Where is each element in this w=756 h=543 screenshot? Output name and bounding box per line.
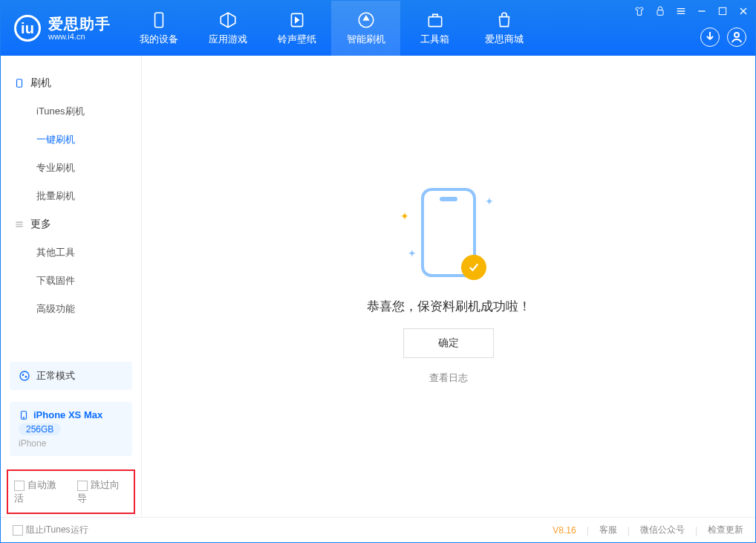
tab-3[interactable]: 智能刷机: [331, 1, 400, 56]
app-url: www.i4.cn: [48, 32, 111, 41]
check-badge-icon: [461, 255, 486, 280]
mode-label: 正常模式: [36, 369, 75, 383]
version-label: V8.16: [553, 525, 576, 536]
tab-label: 智能刷机: [347, 33, 385, 46]
view-log-link[interactable]: 查看日志: [429, 371, 468, 385]
tab-label: 爱思商城: [485, 33, 524, 46]
tab-label: 铃声壁纸: [278, 33, 316, 46]
svg-rect-4: [719, 7, 726, 14]
logo-icon: iu: [14, 15, 41, 42]
phone-icon: [14, 78, 25, 88]
user-icon[interactable]: [727, 27, 746, 47]
tab-icon: [495, 10, 514, 30]
success-illustration: ✦ ✦ ✦: [408, 188, 489, 284]
device-icon: [19, 410, 29, 420]
list-icon: [14, 219, 25, 230]
sidebar: 刷机 iTunes刷机一键刷机专业刷机批量刷机 更多 其他工具下载固件高级功能 …: [1, 56, 142, 517]
tab-label: 工具箱: [420, 33, 449, 46]
tab-0[interactable]: 我的设备: [124, 1, 193, 56]
app-logo: iu 爱思助手 www.i4.cn: [1, 1, 124, 56]
sidebar-item[interactable]: 高级功能: [1, 295, 141, 323]
sidebar-item[interactable]: iTunes刷机: [1, 97, 141, 126]
sidebar-category-more: 更多: [1, 210, 141, 238]
app-window: iu 爱思助手 www.i4.cn 我的设备应用游戏铃声壁纸智能刷机工具箱爱思商…: [0, 0, 756, 543]
sidebar-item[interactable]: 专业刷机: [1, 154, 141, 182]
body: 刷机 iTunes刷机一键刷机专业刷机批量刷机 更多 其他工具下载固件高级功能 …: [1, 56, 755, 517]
tab-label: 我的设备: [140, 33, 178, 46]
lock-icon[interactable]: [654, 5, 666, 17]
tab-icon: [287, 10, 307, 30]
mode-box[interactable]: 正常模式: [10, 362, 132, 390]
success-message: 恭喜您，保资料刷机成功啦！: [367, 298, 531, 315]
window-controls: [633, 5, 749, 17]
app-name: 爱思助手: [48, 16, 111, 32]
device-name: iPhone XS Max: [33, 409, 102, 420]
tab-icon: [149, 10, 169, 30]
svg-rect-0: [154, 13, 163, 27]
menu-icon[interactable]: [675, 5, 687, 17]
sidebar-item[interactable]: 批量刷机: [1, 182, 141, 210]
block-itunes-checkbox[interactable]: 阻止iTunes运行: [13, 524, 88, 536]
svg-point-11: [23, 417, 24, 417]
sidebar-item[interactable]: 下载固件: [1, 267, 141, 295]
close-button[interactable]: [737, 5, 749, 17]
confirm-button[interactable]: 确定: [403, 328, 494, 358]
sidebar-category-label: 更多: [30, 218, 51, 231]
device-capacity: 256GB: [19, 423, 61, 435]
tab-label: 应用游戏: [209, 33, 247, 46]
svg-point-5: [734, 33, 739, 37]
tab-4[interactable]: 工具箱: [400, 1, 469, 56]
tab-1[interactable]: 应用游戏: [193, 1, 262, 56]
maximize-button[interactable]: [717, 5, 729, 17]
sidebar-category-flash: 刷机: [1, 69, 141, 97]
main-content: ✦ ✦ ✦ 恭喜您，保资料刷机成功啦！ 确定 查看日志: [142, 56, 755, 517]
footer-link-update[interactable]: 检查更新: [708, 524, 743, 536]
svg-rect-3: [657, 10, 663, 16]
device-type: iPhone: [19, 438, 46, 449]
top-tabs: 我的设备应用游戏铃声壁纸智能刷机工具箱爱思商城: [124, 1, 538, 56]
svg-point-7: [20, 371, 29, 380]
skip-guide-checkbox[interactable]: 跳过向导: [77, 478, 128, 505]
tab-icon: [426, 10, 445, 30]
svg-rect-6: [17, 79, 22, 88]
titlebar-actions: [700, 27, 746, 47]
options-highlight-box: 自动激活 跳过向导: [7, 469, 135, 514]
tab-icon: [218, 10, 238, 30]
sidebar-item[interactable]: 一键刷机: [1, 126, 141, 154]
svg-rect-2: [428, 17, 441, 27]
device-box[interactable]: iPhone XS Max 256GB iPhone: [10, 402, 132, 456]
sidebar-item[interactable]: 其他工具: [1, 238, 141, 267]
auto-activate-checkbox[interactable]: 自动激活: [14, 478, 65, 505]
footer-link-support[interactable]: 客服: [599, 524, 617, 536]
svg-point-8: [22, 374, 25, 376]
minimize-button[interactable]: [696, 5, 708, 17]
titlebar: iu 爱思助手 www.i4.cn 我的设备应用游戏铃声壁纸智能刷机工具箱爱思商…: [1, 1, 755, 56]
footer-link-wechat[interactable]: 微信公众号: [640, 524, 685, 536]
sidebar-category-label: 刷机: [30, 77, 51, 90]
mode-icon: [19, 370, 30, 382]
svg-point-9: [25, 376, 27, 378]
download-icon[interactable]: [700, 27, 720, 47]
tab-5[interactable]: 爱思商城: [469, 1, 538, 56]
footer: 阻止iTunes运行 V8.16 | 客服 | 微信公众号 | 检查更新: [1, 517, 755, 542]
tshirt-icon[interactable]: [633, 5, 645, 17]
tab-2[interactable]: 铃声壁纸: [262, 1, 331, 56]
tab-icon: [356, 10, 376, 30]
